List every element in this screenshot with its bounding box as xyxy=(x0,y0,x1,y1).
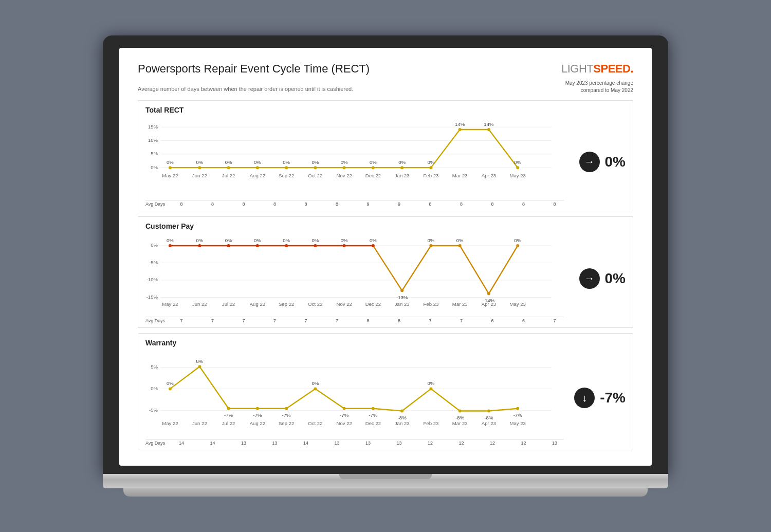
svg-text:0%: 0% xyxy=(151,164,158,170)
svg-text:0%: 0% xyxy=(428,237,435,243)
avg-days-values: 14 14 13 13 14 13 13 13 12 12 xyxy=(172,441,564,446)
svg-text:Jun 22: Jun 22 xyxy=(192,301,207,307)
svg-text:0%: 0% xyxy=(254,159,261,165)
svg-text:0%: 0% xyxy=(225,159,232,165)
svg-text:Oct 22: Oct 22 xyxy=(308,173,322,178)
svg-text:Oct 22: Oct 22 xyxy=(308,301,322,307)
svg-text:Sep 22: Sep 22 xyxy=(279,173,294,178)
avg-val: 7 xyxy=(545,318,564,323)
avg-val: 8 xyxy=(328,201,346,207)
avg-val: 7 xyxy=(266,318,284,323)
avg-val: 8 xyxy=(172,201,191,207)
svg-text:Feb 23: Feb 23 xyxy=(424,173,439,178)
svg-text:0%: 0% xyxy=(167,159,174,165)
svg-point-11 xyxy=(256,166,259,169)
svg-text:Jun 22: Jun 22 xyxy=(192,173,207,178)
svg-text:5%: 5% xyxy=(151,364,158,370)
svg-point-67 xyxy=(516,244,519,247)
customer-pay-section: Customer Pay 0% -5% -10% -15% xyxy=(138,216,633,328)
svg-text:0%: 0% xyxy=(196,237,203,243)
avg-val: 8 xyxy=(452,201,471,207)
warranty-section: Warranty 5% 0% -5% xyxy=(138,333,633,451)
svg-point-103 xyxy=(256,407,259,410)
report-container: Powersports Repair Event Cycle Time (REC… xyxy=(119,48,652,466)
svg-text:0%: 0% xyxy=(167,380,174,386)
svg-text:May 22: May 22 xyxy=(162,173,178,178)
total-rect-svg: 15% 10% 5% 0% xyxy=(145,117,564,197)
svg-point-62 xyxy=(372,244,375,247)
warranty-pct: -7% xyxy=(600,390,626,406)
svg-text:0%: 0% xyxy=(311,380,319,386)
laptop-screen-bezel: Powersports Repair Event Cycle Time (REC… xyxy=(103,35,668,474)
svg-text:0%: 0% xyxy=(398,159,406,165)
svg-text:0%: 0% xyxy=(311,159,319,165)
svg-text:-7%: -7% xyxy=(369,412,378,418)
svg-text:Sep 22: Sep 22 xyxy=(279,301,294,307)
avg-val: 14 xyxy=(204,441,222,446)
svg-point-57 xyxy=(227,244,230,247)
avg-val: 8 xyxy=(234,201,253,207)
total-rect-pct: 0% xyxy=(605,154,626,170)
avg-val: 14 xyxy=(297,441,315,446)
avg-days-label: Avg Days xyxy=(145,441,172,446)
total-rect-direction-icon: → xyxy=(579,152,600,172)
svg-point-110 xyxy=(458,409,462,412)
warranty-title: Warranty xyxy=(145,339,626,347)
svg-text:Sep 22: Sep 22 xyxy=(279,420,294,426)
svg-text:14%: 14% xyxy=(484,121,494,126)
total-rect-content: 15% 10% 5% 0% xyxy=(145,117,626,207)
svg-text:-13%: -13% xyxy=(396,295,408,300)
svg-text:0%: 0% xyxy=(254,237,261,243)
svg-text:Mar 23: Mar 23 xyxy=(452,301,468,307)
avg-val: 8 xyxy=(545,201,564,207)
svg-point-105 xyxy=(314,387,317,390)
avg-val: 12 xyxy=(452,441,471,446)
svg-text:Jan 23: Jan 23 xyxy=(395,301,410,307)
svg-point-10 xyxy=(227,166,230,169)
svg-text:Mar 23: Mar 23 xyxy=(452,420,468,426)
svg-text:May 23: May 23 xyxy=(510,301,526,307)
svg-text:0%: 0% xyxy=(341,237,348,243)
svg-text:-7%: -7% xyxy=(282,412,291,418)
svg-text:Jul 22: Jul 22 xyxy=(222,420,235,426)
report-subtitle: Average number of days between when the … xyxy=(138,86,353,92)
svg-point-104 xyxy=(285,407,288,410)
svg-point-16 xyxy=(400,166,403,169)
svg-text:Nov 22: Nov 22 xyxy=(336,420,352,426)
svg-text:0%: 0% xyxy=(341,159,348,165)
svg-text:Jun 22: Jun 22 xyxy=(192,420,207,426)
svg-text:0%: 0% xyxy=(370,159,377,165)
svg-point-112 xyxy=(516,407,519,410)
total-rect-avg-days: Avg Days 8 8 8 8 8 8 9 9 xyxy=(145,200,564,207)
customer-pay-content: 0% -5% -10% -15% xyxy=(145,233,626,323)
svg-point-58 xyxy=(256,244,259,247)
svg-point-61 xyxy=(343,244,346,247)
svg-text:0%: 0% xyxy=(370,237,377,243)
svg-text:0%: 0% xyxy=(428,380,435,386)
avg-val: 7 xyxy=(234,318,253,323)
svg-point-20 xyxy=(516,166,519,169)
svg-point-59 xyxy=(285,244,288,247)
svg-text:5%: 5% xyxy=(151,151,158,156)
lightspeed-logo: LIGHTSPEED. xyxy=(561,62,633,76)
avg-val: 7 xyxy=(452,318,471,323)
svg-point-107 xyxy=(372,407,375,410)
svg-text:Jul 22: Jul 22 xyxy=(222,173,235,178)
warranty-svg: 5% 0% -5% xyxy=(145,350,564,436)
avg-val: 13 xyxy=(234,441,253,446)
svg-text:Nov 22: Nov 22 xyxy=(336,301,352,307)
svg-point-18 xyxy=(458,128,462,131)
avg-val: 8 xyxy=(421,201,439,207)
avg-val: 7 xyxy=(297,318,315,323)
svg-text:0%: 0% xyxy=(151,386,158,391)
svg-text:-7%: -7% xyxy=(340,412,349,418)
avg-val: 14 xyxy=(172,441,191,446)
report-header: Powersports Repair Event Cycle Time (REC… xyxy=(138,62,633,76)
avg-val: 8 xyxy=(266,201,284,207)
avg-val: 13 xyxy=(328,441,346,446)
svg-text:Apr 23: Apr 23 xyxy=(482,173,496,178)
svg-text:May 22: May 22 xyxy=(162,301,178,307)
svg-text:Feb 23: Feb 23 xyxy=(424,420,439,426)
laptop-screen: Powersports Repair Event Cycle Time (REC… xyxy=(119,48,652,466)
total-rect-title: Total RECT xyxy=(145,106,626,114)
